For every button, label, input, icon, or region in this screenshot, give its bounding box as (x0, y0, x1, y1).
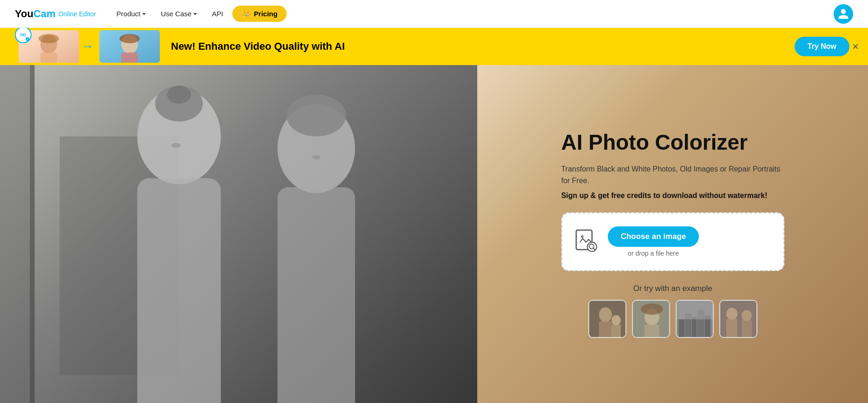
hero-description-bold: Sign up & get free credits to download w… (561, 190, 784, 202)
navbar: YouCam Online Editor Product Use Case AP… (0, 0, 868, 28)
after-img-svg (99, 30, 160, 63)
promo-banner: HD + → (0, 28, 868, 65)
upload-icon-wrapper (573, 228, 598, 255)
nav-product-label: Product (117, 10, 141, 18)
nav-links: Product Use Case API 👑 Pricing (111, 6, 834, 22)
example-thumb-2[interactable] (632, 300, 670, 338)
hero-background (0, 65, 477, 403)
hero-description: Transform Black and White Photos, Old Im… (561, 163, 784, 187)
svg-point-9 (119, 34, 140, 43)
svg-rect-40 (692, 317, 697, 338)
product-chevron-icon (142, 13, 146, 15)
thumb-2-image (633, 301, 669, 337)
nav-api[interactable]: API (206, 6, 229, 21)
svg-rect-46 (726, 319, 737, 338)
logo-you: You (15, 8, 33, 20)
svg-point-47 (742, 310, 752, 321)
example-thumb-1[interactable] (588, 300, 626, 338)
promo-text: New! Enhance Video Quality with AI (171, 40, 783, 53)
upload-dropzone[interactable]: Choose an image or drop a file here (561, 212, 784, 271)
close-banner-button[interactable]: × (852, 41, 859, 52)
nav-usecase[interactable]: Use Case (155, 6, 203, 21)
thumb-3-image (677, 301, 713, 337)
upload-actions: Choose an image or drop a file here (608, 226, 699, 257)
svg-point-29 (599, 307, 612, 322)
svg-rect-30 (599, 321, 612, 338)
svg-rect-8 (121, 53, 138, 63)
nav-usecase-label: Use Case (161, 10, 191, 18)
svg-point-24 (581, 235, 584, 238)
close-icon: × (852, 40, 859, 53)
nav-product[interactable]: Product (111, 6, 152, 21)
hero-photo-area (0, 65, 477, 403)
thumb-2-svg (633, 301, 670, 338)
svg-text:+: + (26, 38, 28, 41)
thumb-3-svg (677, 301, 714, 338)
nav-api-label: API (212, 10, 223, 18)
examples-label: Or try with an example (561, 284, 784, 293)
image-upload-icon (573, 228, 598, 253)
promo-arrow-icon: → (81, 39, 94, 54)
pricing-label: Pricing (254, 10, 277, 18)
example-thumb-3[interactable] (676, 300, 714, 338)
svg-rect-43 (677, 301, 714, 319)
svg-point-45 (726, 308, 737, 320)
drop-file-text: or drop a file here (608, 250, 699, 257)
crown-icon: 👑 (242, 9, 251, 18)
svg-point-31 (612, 315, 621, 325)
thumb-1-image (589, 301, 625, 337)
try-now-button[interactable]: Try Now (795, 37, 849, 56)
hd-plus-icon: + (25, 37, 30, 41)
svg-rect-12 (30, 65, 34, 403)
hero-title: AI Photo Colorizer (561, 130, 784, 155)
svg-rect-32 (612, 324, 621, 338)
logo-text: YouCam (15, 8, 56, 20)
svg-point-17 (167, 86, 191, 104)
promo-images: HD + → (19, 30, 160, 63)
logo-cam: Cam (33, 8, 56, 20)
svg-point-22 (312, 155, 321, 159)
choose-image-button[interactable]: Choose an image (608, 226, 699, 247)
thumb-4-image (720, 301, 756, 337)
hero-bw-illustration (0, 65, 477, 403)
user-icon (837, 8, 849, 20)
svg-rect-15 (137, 178, 221, 403)
svg-point-20 (286, 95, 346, 137)
pricing-button[interactable]: 👑 Pricing (232, 6, 287, 22)
svg-rect-38 (679, 319, 684, 338)
user-avatar-button[interactable] (834, 4, 853, 24)
svg-rect-4 (40, 53, 57, 63)
svg-point-5 (39, 34, 59, 43)
hd-badge: HD + (15, 26, 32, 43)
hero-content-area: AI Photo Colorizer Transform Black and W… (477, 65, 868, 403)
logo-subtitle: Online Editor (59, 10, 96, 18)
hero-section: AI Photo Colorizer Transform Black and W… (0, 65, 868, 403)
usecase-chevron-icon (193, 13, 197, 15)
svg-point-21 (171, 143, 181, 148)
hero-content-panel: AI Photo Colorizer Transform Black and W… (561, 130, 784, 338)
svg-rect-36 (644, 324, 659, 338)
example-thumb-4[interactable] (719, 300, 757, 338)
nav-right (834, 4, 853, 24)
logo[interactable]: YouCam Online Editor (15, 8, 96, 20)
thumb-4-svg (720, 301, 757, 338)
example-thumbnails (561, 300, 784, 338)
svg-rect-19 (277, 187, 355, 403)
promo-after-image (99, 30, 160, 63)
svg-rect-48 (742, 320, 752, 338)
thumb-1-svg (589, 301, 626, 338)
svg-point-35 (641, 304, 663, 315)
promo-before-wrapper: HD + (19, 30, 79, 63)
svg-rect-11 (0, 65, 30, 403)
